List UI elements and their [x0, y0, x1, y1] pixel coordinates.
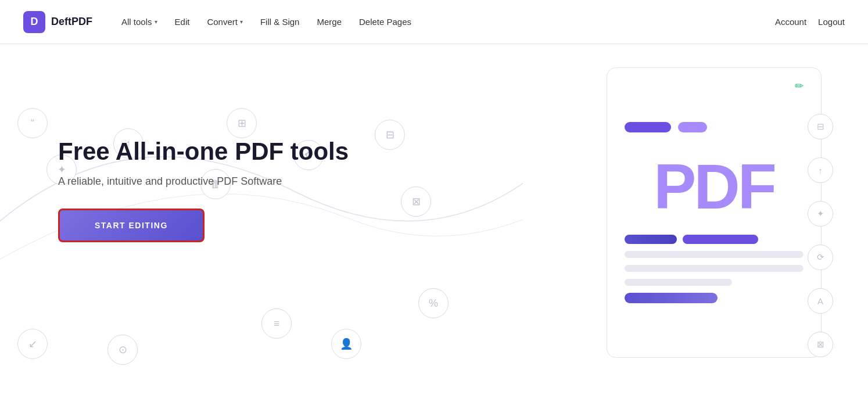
- right-float-icon-1: ⊟: [808, 114, 833, 139]
- pdf-preview-card: ✏ PDF: [607, 67, 822, 358]
- nav-links: All tools ▾ Edit Convert ▾ Fill & Sign M…: [121, 17, 775, 27]
- pdf-large-text: PDF: [654, 155, 774, 218]
- float-icon-arrow-bottom: ↙: [17, 329, 48, 359]
- logo-text: DeftPDF: [51, 16, 92, 28]
- float-icon-list: ≡: [261, 308, 292, 339]
- card-bottom-section: [625, 235, 804, 303]
- nav-account[interactable]: Account: [775, 17, 806, 27]
- bar-purple-wide: [683, 235, 758, 244]
- nav-fill-sign[interactable]: Fill & Sign: [260, 17, 300, 27]
- float-icon-image: ⊟: [375, 120, 405, 150]
- pencil-icon: ✏: [795, 80, 804, 92]
- float-icon-crop: ⊠: [401, 186, 431, 217]
- card-top-bars: [625, 122, 707, 132]
- navbar: D DeftPDF All tools ▾ Edit Convert ▾ Fil…: [0, 0, 868, 44]
- float-icon-quote: “: [17, 108, 48, 138]
- nav-convert[interactable]: Convert ▾: [207, 17, 243, 27]
- hero-title: Free All-in-one PDF tools: [58, 137, 349, 166]
- logo-area[interactable]: D DeftPDF: [23, 11, 92, 33]
- bar-gray-full-1: [625, 251, 804, 258]
- nav-right: Account Logout: [775, 17, 845, 27]
- right-float-icon-5: A: [808, 288, 833, 314]
- nav-logout[interactable]: Logout: [818, 17, 845, 27]
- right-float-icon-4: ⟳: [808, 245, 833, 270]
- float-icon-person: 👤: [331, 329, 361, 359]
- float-icon-camera: ⊙: [107, 335, 138, 365]
- hero-subtitle: A reliable, intuitive and productive PDF…: [58, 175, 349, 188]
- nav-delete-pages[interactable]: Delete Pages: [359, 17, 411, 27]
- right-float-icon-3: ✦: [808, 201, 833, 227]
- chevron-down-icon: ▾: [240, 19, 243, 25]
- bar-gray-full-2: [625, 265, 804, 272]
- logo-icon: D: [23, 11, 45, 33]
- bar-blue-long: [625, 122, 671, 132]
- bar-gray-half: [625, 279, 732, 286]
- bar-blue-short: [678, 122, 707, 132]
- float-icon-table: ⊞: [227, 108, 257, 138]
- bar-bottom-gradient: [625, 293, 718, 303]
- chevron-down-icon: ▾: [155, 19, 157, 25]
- right-float-icon-6: ⊠: [808, 332, 833, 357]
- card-row-buttons: [625, 235, 804, 244]
- float-icon-percent: %: [418, 288, 449, 318]
- nav-edit[interactable]: Edit: [175, 17, 190, 27]
- start-editing-button[interactable]: START EDITING: [58, 209, 205, 242]
- hero-section: Free All-in-one PDF tools A reliable, in…: [58, 137, 349, 242]
- bar-green: [625, 235, 677, 244]
- nav-all-tools[interactable]: All tools ▾: [121, 17, 157, 27]
- right-float-icon-2: ↑: [808, 157, 833, 183]
- main-content: “ ↑ ⊞ ⊟ ✦ 🗑 ⊠ ✿ % ≡ 👤 ↙ ⊙ Free All-in-on…: [0, 44, 868, 395]
- nav-merge[interactable]: Merge: [317, 17, 342, 27]
